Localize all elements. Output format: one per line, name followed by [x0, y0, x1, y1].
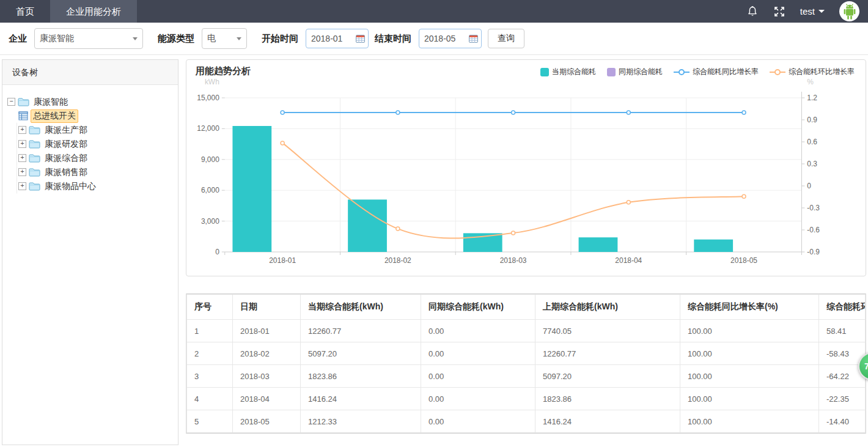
chevron-down-icon [133, 37, 138, 40]
table-cell: 5 [187, 410, 233, 433]
axis-label: -0.6 [807, 226, 820, 234]
axis-label: 2018-01 [269, 256, 296, 265]
chart-point [281, 141, 284, 145]
expand-icon[interactable]: + [18, 154, 26, 162]
enterprise-select-value: 康派智能 [40, 33, 74, 44]
legend-item[interactable]: 当期综合能耗 [540, 67, 596, 77]
legend-item[interactable]: 综合能耗同比增长率 [674, 67, 759, 77]
device-tree-title: 设备树 [2, 60, 178, 85]
expand-icon[interactable]: + [18, 126, 26, 134]
table-cell: 4 [187, 388, 233, 410]
table-cell: 5097.20 [535, 365, 680, 388]
end-time-label: 结束时间 [375, 33, 411, 45]
table-cell: 1823.86 [535, 388, 680, 410]
query-button[interactable]: 查询 [488, 29, 524, 48]
table-row: 22018-025097.200.0012260.77100.00-58.43 [187, 342, 866, 365]
device-tree: − 康派智能 总进线开关 +康派生产部+康派研发部+康派综合部+康派销售部+康派… [2, 85, 178, 203]
energy-table: 序号日期当期综合能耗(kWh)同期综合能耗(kWh)上期综合能耗(kWh)综合能… [186, 294, 866, 433]
axis-label: 0.9 [807, 116, 817, 124]
bell-icon[interactable] [746, 6, 759, 18]
expand-icon[interactable]: + [18, 182, 26, 190]
avatar[interactable] [839, 1, 859, 21]
legend-item[interactable]: 综合能耗环比增长率 [770, 67, 855, 77]
table-cell: 100.00 [680, 365, 819, 388]
chart-title: 用能趋势分析 [196, 65, 251, 77]
chart-point [627, 111, 630, 114]
table-cell: 12260.77 [301, 320, 421, 342]
chart-point [627, 201, 630, 204]
chart-bar [232, 126, 271, 252]
axis-label: % [807, 78, 814, 86]
legend-label: 综合能耗环比增长率 [789, 67, 855, 77]
chart-point [396, 227, 400, 231]
collapse-icon[interactable]: − [7, 98, 15, 106]
tree-node-root-row: − 康派智能 [7, 95, 173, 109]
tree-node[interactable]: 康派物品中心 [43, 180, 98, 193]
axis-label: -0.3 [807, 204, 820, 212]
table-cell: 100.00 [680, 320, 819, 342]
table-cell: 100.00 [680, 388, 819, 410]
trend-chart-card: 用能趋势分析 当期综合能耗同期综合能耗综合能耗同比增长率综合能耗环比增长率 03… [186, 59, 866, 276]
enterprise-select[interactable]: 康派智能 [34, 28, 143, 49]
legend-item[interactable]: 同期综合能耗 [607, 67, 663, 77]
trend-chart: 03,0006,0009,00012,00015,0002018-012018-… [186, 60, 866, 276]
table-cell: 2018-02 [233, 342, 301, 365]
table-row: 32018-031823.860.005097.20100.00-64.22 [187, 365, 866, 388]
table-header-cell: 同期综合能耗(kWh) [421, 295, 535, 320]
tree-node[interactable]: 康派研发部 [43, 138, 89, 150]
right-column: 用能趋势分析 当期综合能耗同期综合能耗综合能耗同比增长率综合能耗环比增长率 03… [186, 59, 866, 434]
folder-icon [29, 125, 40, 135]
table-cell: 0.00 [421, 342, 535, 365]
tree-node[interactable]: 康派销售部 [43, 166, 89, 179]
axis-label: 15,000 [197, 94, 219, 102]
legend-label: 综合能耗同比增长率 [693, 67, 759, 77]
axis-label: 0.3 [807, 160, 817, 168]
axis-label: 12,000 [197, 124, 219, 133]
fullscreen-icon[interactable] [773, 6, 785, 18]
device-tree-panel: 设备树 − 康派智能 总进线开关 +康派生产部+康派研发部+康派综合部+康派销售… [2, 59, 178, 445]
folder-icon [29, 139, 40, 149]
table-cell: 0.00 [421, 365, 535, 388]
table-row: 52018-051212.330.001416.24100.00-14.40 [187, 410, 866, 433]
tree-node[interactable]: 康派综合部 [43, 152, 89, 164]
data-table-card: 序号日期当期综合能耗(kWh)同期综合能耗(kWh)上期综合能耗(kWh)综合能… [186, 294, 866, 434]
tree-node[interactable]: 康派生产部 [43, 124, 89, 136]
table-header-cell: 综合能耗同比增长率(%) [680, 295, 819, 320]
expand-icon[interactable]: + [18, 140, 26, 148]
table-cell: 1416.24 [535, 410, 680, 433]
table-row: 12018-0112260.770.007740.05100.0058.41 [187, 320, 866, 342]
main-content: 设备树 − 康派智能 总进线开关 +康派生产部+康派研发部+康派综合部+康派销售… [0, 55, 868, 445]
legend-line-icon [674, 68, 690, 76]
tree-node-row: +康派销售部 [18, 165, 173, 179]
tree-node-selected[interactable]: 总进线开关 [31, 109, 78, 123]
energy-type-label: 能源类型 [158, 33, 194, 45]
table-cell: 100.00 [680, 342, 819, 365]
user-menu[interactable]: test [800, 6, 825, 17]
table-cell: 1823.86 [301, 365, 421, 388]
floating-button-label: 7 [864, 361, 868, 371]
table-cell: 100.00 [680, 410, 819, 433]
energy-type-select[interactable]: 电 [202, 28, 247, 49]
navbar-actions: test [746, 0, 868, 23]
tree-children: +康派生产部+康派研发部+康派综合部+康派销售部+康派物品中心 [17, 123, 173, 193]
table-cell: 58.41 [819, 320, 866, 342]
tree-node-root[interactable]: 康派智能 [32, 96, 70, 108]
chart-bar [694, 240, 733, 252]
start-date-value: 2018-01 [311, 34, 353, 43]
folder-icon [29, 153, 40, 163]
table-header-cell: 日期 [233, 295, 301, 320]
enterprise-label: 企业 [9, 33, 27, 45]
expand-icon[interactable]: + [18, 168, 26, 176]
table-cell: 1 [187, 320, 233, 342]
chart-point [742, 111, 746, 114]
start-date-input[interactable]: 2018-01 [306, 29, 369, 48]
axis-label: 2018-02 [384, 256, 411, 265]
folder-icon [29, 168, 40, 177]
axis-label: 3,000 [201, 217, 219, 226]
table-cell: 2 [187, 342, 233, 365]
tab-enterprise-energy-analysis[interactable]: 企业用能分析 [50, 0, 137, 23]
end-date-input[interactable]: 2018-05 [419, 29, 482, 48]
tab-home[interactable]: 首页 [0, 0, 50, 23]
table-header-cell: 综合能耗环比增长率(%) [819, 295, 866, 320]
android-icon [842, 3, 858, 20]
